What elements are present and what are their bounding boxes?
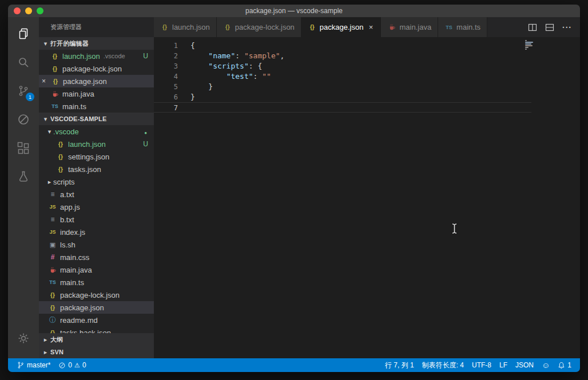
code-line[interactable]: 5 } bbox=[154, 82, 580, 92]
notifications-button[interactable]: 1 bbox=[554, 361, 575, 369]
tab-label: package.json bbox=[320, 23, 364, 31]
code-line[interactable]: 2 "name": "sample", bbox=[154, 51, 580, 61]
code-line[interactable]: 1 { bbox=[154, 41, 580, 51]
file-label: readme.md bbox=[60, 316, 98, 325]
activity-bar: 1 bbox=[8, 17, 39, 358]
tree-item[interactable]: main.ts bbox=[39, 276, 154, 289]
activitybar-search-button[interactable] bbox=[8, 48, 39, 77]
warning-count: 0 bbox=[82, 361, 86, 369]
java-icon bbox=[48, 266, 57, 274]
tree-item[interactable]: index.js bbox=[39, 226, 154, 238]
line-number: 4 bbox=[154, 71, 178, 82]
tree-item[interactable]: package.json bbox=[39, 301, 154, 314]
code-token: } bbox=[190, 82, 213, 91]
tree-item[interactable]: a.txt bbox=[39, 188, 154, 201]
tab-label: main.ts bbox=[456, 23, 480, 31]
feedback-button[interactable] bbox=[538, 361, 554, 370]
eol-indicator[interactable]: LF bbox=[495, 361, 511, 369]
folder-label: .vscode bbox=[53, 127, 79, 136]
file-label: main.ts bbox=[60, 278, 84, 287]
tab-bar: launch.json package-lock.json package.js… bbox=[154, 17, 580, 37]
tab-package-json[interactable]: package.json bbox=[301, 17, 382, 37]
sidebar-title: 资源管理器 bbox=[39, 17, 154, 37]
file-label: b.txt bbox=[60, 215, 74, 224]
notification-count: 1 bbox=[567, 361, 571, 369]
tree-item[interactable]: main.css bbox=[39, 251, 154, 263]
close-window-button[interactable] bbox=[14, 7, 21, 14]
open-editor-item[interactable]: main.java bbox=[39, 87, 154, 100]
language-mode-indicator[interactable]: JSON bbox=[511, 361, 538, 369]
activitybar-source-control-button[interactable]: 1 bbox=[8, 77, 39, 105]
tree-item[interactable]: ls.sh bbox=[39, 238, 154, 251]
tree-item[interactable]: app.js bbox=[39, 201, 154, 213]
indentation-indicator[interactable]: 制表符长度: 4 bbox=[418, 361, 468, 370]
json-icon bbox=[50, 66, 59, 72]
tree-item[interactable]: readme.md bbox=[39, 314, 154, 326]
activitybar-extensions-button[interactable] bbox=[8, 134, 39, 162]
tree-item[interactable]: scripts bbox=[39, 175, 154, 188]
eol-label: LF bbox=[499, 361, 507, 369]
shell-script-icon bbox=[48, 241, 57, 249]
activitybar-test-button[interactable] bbox=[8, 162, 39, 191]
more-actions-button[interactable] bbox=[562, 23, 572, 32]
tab-launch-json[interactable]: launch.json bbox=[154, 17, 217, 37]
tree-item[interactable]: .vscode bbox=[39, 125, 154, 138]
close-icon[interactable] bbox=[42, 77, 51, 85]
close-tab-button[interactable] bbox=[367, 23, 374, 31]
folder-root-label: VSCODE-SAMPLE bbox=[50, 115, 107, 122]
typescript-icon bbox=[444, 25, 454, 30]
tree-item[interactable]: tasks.json bbox=[39, 163, 154, 175]
chevron-right-icon bbox=[42, 336, 49, 343]
code-token: "sample" bbox=[244, 51, 280, 60]
encoding-indicator[interactable]: UTF-8 bbox=[468, 361, 495, 369]
file-label: package-lock.json bbox=[62, 65, 122, 73]
open-editor-item[interactable]: package-lock.json bbox=[39, 62, 154, 75]
file-label: settings.json bbox=[68, 153, 109, 161]
problems-indicator[interactable]: 0 0 bbox=[54, 358, 90, 372]
open-editor-item[interactable]: launch.json .vscode U bbox=[39, 50, 154, 62]
split-editor-button[interactable] bbox=[528, 23, 537, 32]
activitybar-explorer-button[interactable] bbox=[8, 19, 39, 48]
open-editors-header[interactable]: 打开的编辑器 bbox=[39, 37, 154, 50]
file-label: tasks.json bbox=[68, 165, 101, 174]
editor[interactable]: 1 { 2 "name": "sample", 3 "scripts": { 4… bbox=[154, 37, 580, 358]
outline-section-header[interactable]: 大纲 bbox=[39, 333, 154, 346]
code-line[interactable]: 3 "scripts": { bbox=[154, 61, 580, 71]
code-token: : bbox=[235, 51, 244, 60]
open-editor-item[interactable]: package.json bbox=[39, 75, 154, 87]
smiley-icon bbox=[542, 361, 550, 370]
file-label: package.json bbox=[60, 303, 104, 312]
json-icon bbox=[160, 24, 169, 30]
file-label: app.js bbox=[60, 203, 80, 211]
tree-item[interactable]: package-lock.json bbox=[39, 289, 154, 301]
window-controls bbox=[14, 5, 43, 17]
tree-item[interactable]: settings.json bbox=[39, 150, 154, 163]
activitybar-debug-button[interactable] bbox=[8, 105, 39, 134]
minimize-window-button[interactable] bbox=[25, 7, 32, 14]
open-editor-item[interactable]: main.ts bbox=[39, 100, 154, 113]
zoom-window-button[interactable] bbox=[37, 7, 43, 14]
tree-item[interactable]: main.java bbox=[39, 263, 154, 276]
tab-main-ts[interactable]: main.ts bbox=[438, 17, 487, 37]
code-line[interactable]: 6 } bbox=[154, 92, 580, 102]
css-icon bbox=[48, 253, 57, 261]
tab-main-java[interactable]: main.java bbox=[381, 17, 438, 37]
code-line[interactable]: 4 "test": "" bbox=[154, 71, 580, 82]
title-bar[interactable]: package.json — vscode-sample bbox=[8, 5, 580, 17]
code-line-current[interactable]: 7 bbox=[154, 102, 531, 113]
tree-item[interactable]: tasks back.json bbox=[39, 326, 154, 333]
editor-layout-button[interactable] bbox=[545, 23, 554, 32]
cursor-position[interactable]: 行 7, 列 1 bbox=[381, 361, 418, 370]
activitybar-settings-button[interactable] bbox=[8, 324, 39, 353]
tree-item[interactable]: launch.json U bbox=[39, 138, 154, 150]
code-text: "name": "sample", bbox=[178, 51, 284, 61]
tree-item[interactable]: b.txt bbox=[39, 213, 154, 226]
code-token: "" bbox=[262, 72, 271, 81]
tab-label: package-lock.json bbox=[235, 23, 295, 31]
svn-section-header[interactable]: SVN bbox=[39, 346, 154, 358]
branch-indicator[interactable]: master* bbox=[13, 358, 54, 372]
minimap[interactable] bbox=[525, 40, 538, 50]
tab-package-lock-json[interactable]: package-lock.json bbox=[217, 17, 301, 37]
folder-root-header[interactable]: VSCODE-SAMPLE bbox=[39, 113, 154, 125]
chevron-down-icon bbox=[46, 128, 53, 135]
